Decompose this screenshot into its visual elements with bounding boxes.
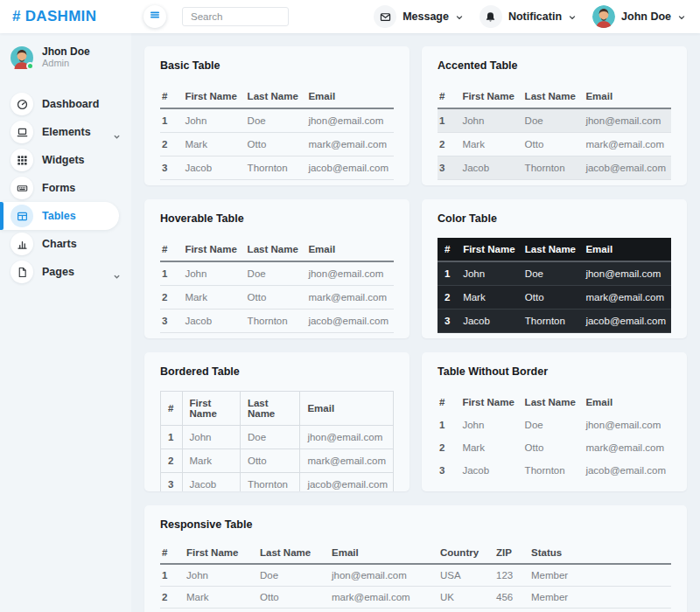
table-cell: 2 xyxy=(161,449,183,473)
table-cell: Member xyxy=(528,564,671,587)
sidebar-item-elements[interactable]: Elements xyxy=(0,118,131,146)
message-label: Message xyxy=(402,10,449,23)
table-cell: jacob@email.com xyxy=(304,309,394,333)
pages-icon xyxy=(10,261,33,283)
table-cell: mark@email.com xyxy=(582,133,671,156)
bell-icon xyxy=(480,5,502,28)
sidebar-toggle-button[interactable] xyxy=(144,5,166,28)
card-title: Basic Table xyxy=(160,59,394,73)
table-cell: Otto xyxy=(522,436,583,459)
sidebar-item-forms[interactable]: Forms xyxy=(0,174,131,202)
widgets-icon xyxy=(10,149,33,171)
search-input[interactable] xyxy=(182,7,289,26)
table-cell: Mark xyxy=(459,286,522,309)
table-row[interactable]: 3JacobThorntonjacob@email.com xyxy=(160,309,394,333)
avatar xyxy=(592,5,615,28)
sidebar-item-charts[interactable]: Charts xyxy=(0,230,131,258)
sidebar-item-label: Tables xyxy=(42,210,76,222)
table-cell: Doe xyxy=(522,108,583,133)
column-header: First Name xyxy=(181,85,243,108)
table-row[interactable]: 1JohnDoejhon@email.com xyxy=(160,261,394,286)
charts-icon xyxy=(10,233,33,255)
table-cell: 3 xyxy=(160,156,181,180)
column-header: Country xyxy=(437,542,493,564)
column-header: Email xyxy=(300,392,394,426)
chevron-down-icon xyxy=(677,12,686,21)
column-header: Email xyxy=(328,542,437,564)
user-dropdown[interactable]: John Doe xyxy=(589,5,690,28)
table-cell: Doe xyxy=(522,414,583,436)
table-cell: Jacob xyxy=(458,156,521,180)
table-row: 1JohnDoejhon@email.comUSA123Member xyxy=(160,564,671,587)
data-table: #First NameLast NameEmail 1JohnDoejhon@e… xyxy=(438,391,671,482)
notification-label: Notificatin xyxy=(508,10,562,23)
sidebar-item-dashboard[interactable]: Dashboard xyxy=(0,90,131,118)
sidebar-user-role: Admin xyxy=(42,58,90,69)
envelope-icon xyxy=(374,5,396,28)
chevron-down-icon xyxy=(455,12,464,21)
table-cell: Otto xyxy=(522,286,583,309)
column-header: Last Name xyxy=(522,85,583,108)
data-table: #First NameLast NameEmail 1JohnDoejhon@e… xyxy=(438,238,671,333)
table-row: 3JacobThorntonjacob@email.comAU789Member xyxy=(160,609,671,612)
table-cell: Jacob xyxy=(458,459,521,482)
sidebar-item-label: Charts xyxy=(42,238,77,250)
table-cell: jacob@email.com xyxy=(304,156,394,180)
table-card: Responsive Table #First NameLast NameEma… xyxy=(144,505,687,612)
table-cell: mark@email.com xyxy=(328,587,437,609)
card-title: Hoverable Table xyxy=(160,212,394,226)
table-cell: mark@email.com xyxy=(304,286,394,309)
table-cell: 3 xyxy=(160,609,183,612)
sidebar-item-label: Pages xyxy=(42,266,74,278)
table-cell: jacob@email.com xyxy=(300,473,394,492)
table-card: Accented Table #First NameLast NameEmail… xyxy=(422,46,687,185)
table-cell: Thornton xyxy=(244,156,305,180)
table-cell: UK xyxy=(437,587,493,609)
chevron-down-icon xyxy=(113,268,121,276)
notification-dropdown[interactable]: Notificatin xyxy=(476,5,580,28)
data-table: #First NameLast NameEmail 1JohnDoejhon@e… xyxy=(160,85,394,180)
sidebar-user-name: Jhon Doe xyxy=(42,45,90,58)
top-navbar: # DASHMIN Message Notificatin John Doe xyxy=(0,0,700,33)
data-table: #First NameLast NameEmail 1JohnDoejhon@e… xyxy=(160,391,394,491)
sidebar-item-widgets[interactable]: Widgets xyxy=(0,146,131,174)
sidebar-item-tables[interactable]: Tables xyxy=(0,202,119,230)
table-row: 2MarkOttomark@email.com xyxy=(438,286,671,309)
column-header: Last Name xyxy=(244,238,305,261)
sidebar-item-label: Widgets xyxy=(42,154,85,166)
table-cell: 123 xyxy=(493,564,528,587)
table-header-row: #First NameLast NameEmail xyxy=(161,392,394,426)
chevron-down-icon xyxy=(568,12,577,21)
table-cell: 2 xyxy=(160,587,183,609)
table-header-row: #First NameLast NameEmail xyxy=(438,85,671,108)
table-cell: Doe xyxy=(256,564,328,587)
table-cell: 2 xyxy=(438,133,458,156)
table-cell: jacob@email.com xyxy=(582,309,671,333)
table-cell: Mark xyxy=(183,587,256,609)
table-row: 1JohnDoejhon@email.com xyxy=(438,414,671,436)
table-cell: Thornton xyxy=(522,156,583,180)
table-cell: Doe xyxy=(244,261,305,286)
column-header: First Name xyxy=(458,391,521,414)
table-cell: jacob@email.com xyxy=(582,459,671,482)
message-dropdown[interactable]: Message xyxy=(370,5,467,28)
table-cell: Otto xyxy=(244,133,305,156)
column-header: Last Name xyxy=(522,391,583,414)
app-logo: # DASHMIN xyxy=(0,8,131,25)
table-row[interactable]: 2MarkOttomark@email.com xyxy=(160,286,394,309)
forms-icon xyxy=(10,177,33,199)
table-cell: 3 xyxy=(438,309,459,333)
sidebar-item-pages[interactable]: Pages xyxy=(0,258,131,286)
table-cell: jhon@email.com xyxy=(582,108,671,133)
table-cell: Doe xyxy=(240,426,299,449)
table-cell: 1 xyxy=(160,564,183,587)
table-cell: 456 xyxy=(493,587,528,609)
card-title: Table Without Border xyxy=(438,365,671,379)
table-row: 2MarkOttomark@email.com xyxy=(438,436,671,459)
table-cell: jacob@email.com xyxy=(328,609,437,612)
table-cell: mark@email.com xyxy=(582,436,671,459)
table-cell: Thornton xyxy=(522,309,583,333)
column-header: Email xyxy=(304,85,394,108)
card-title: Accented Table xyxy=(438,59,671,73)
table-cell: Thornton xyxy=(522,459,583,482)
